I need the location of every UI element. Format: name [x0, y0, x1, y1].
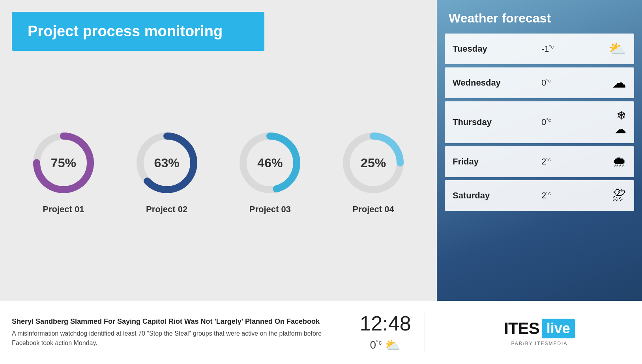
clock-display: 12:48 — [359, 313, 411, 334]
weather-temp-wednesday: 0°c — [541, 78, 569, 88]
weather-row-tuesday: Tuesday -1°c ⛅ — [445, 34, 634, 64]
donut-04: 25% — [340, 129, 407, 196]
weather-list: Tuesday -1°c ⛅ Wednesday 0°c ☁ Thursday … — [437, 34, 642, 301]
weather-day-saturday: Saturday — [453, 190, 504, 201]
project-02-percent: 63% — [154, 156, 180, 170]
donut-03: 46% — [236, 129, 303, 196]
project-04-percent: 25% — [361, 156, 386, 170]
donut-02: 63% — [133, 129, 200, 196]
page-title: Project process monitoring — [28, 23, 249, 40]
weather-icon-thursday: ❄☁ — [606, 108, 626, 136]
weather-row-friday: Friday 2°c 🌧 — [445, 146, 634, 177]
weather-icon-wednesday: ☁ — [606, 75, 626, 91]
weather-row-saturday: Saturday 2°c ⛈ — [445, 180, 634, 211]
project-03-label: Project 03 — [249, 204, 291, 215]
current-weather-icon: ⛅ — [385, 338, 401, 353]
logo-sub-text: PAR/BY ITESMEDIA — [511, 341, 568, 346]
weather-temp-tuesday: -1°c — [541, 44, 569, 54]
right-panel: Weather forecast Tuesday -1°c ⛅ Wednesda… — [437, 0, 642, 364]
weather-header: Weather forecast — [437, 0, 642, 34]
weather-day-thursday: Thursday — [453, 117, 504, 127]
weather-temp-saturday: 2°c — [541, 190, 569, 201]
header-bar: Project process monitoring — [12, 12, 264, 51]
logo-area: ITES live PAR/BY ITESMEDIA — [437, 301, 642, 364]
project-03-percent: 46% — [257, 156, 283, 170]
left-panel: Project process monitoring 75% Project 0… — [0, 0, 437, 364]
logo-ites-text: ITES — [504, 319, 539, 338]
news-text-area: Sheryl Sandberg Slammed For Saying Capit… — [12, 317, 346, 348]
news-body: A misinformation watchdog identified at … — [12, 329, 338, 348]
donut-01: 75% — [30, 129, 97, 196]
project-04-label: Project 04 — [353, 204, 394, 215]
project-item-02: 63% Project 02 — [133, 129, 200, 215]
weather-row-thursday: Thursday 0°c ❄☁ — [445, 101, 634, 143]
logo-brand: ITES live — [504, 319, 575, 338]
weather-row-wednesday: Wednesday 0°c ☁ — [445, 67, 634, 98]
current-temp: 0°c ⛅ — [370, 338, 401, 353]
news-bar: Sheryl Sandberg Slammed For Saying Capit… — [0, 301, 437, 364]
projects-section: 75% Project 01 63% Project 02 — [0, 51, 437, 301]
weather-day-friday: Friday — [453, 157, 504, 167]
news-headline: Sheryl Sandberg Slammed For Saying Capit… — [12, 317, 338, 326]
weather-temp-thursday: 0°c — [541, 117, 569, 127]
weather-icon-saturday: ⛈ — [606, 187, 626, 204]
current-temp-value: 0°c — [370, 339, 382, 351]
weather-title: Weather forecast — [449, 11, 551, 25]
main-layout: Project process monitoring 75% Project 0… — [0, 0, 642, 364]
weather-icon-tuesday: ⛅ — [606, 41, 626, 57]
logo-live-text: live — [542, 319, 575, 338]
weather-temp-friday: 2°c — [541, 157, 569, 167]
weather-icon-friday: 🌧 — [606, 153, 626, 170]
project-item-04: 25% Project 04 — [340, 129, 407, 215]
project-02-label: Project 02 — [146, 204, 187, 215]
clock-temp-area: 12:48 0°c ⛅ — [346, 313, 425, 353]
project-item-03: 46% Project 03 — [236, 129, 303, 215]
weather-day-wednesday: Wednesday — [453, 78, 504, 88]
project-01-percent: 75% — [51, 156, 76, 170]
weather-day-tuesday: Tuesday — [453, 44, 504, 54]
project-01-label: Project 01 — [43, 204, 84, 215]
project-item-01: 75% Project 01 — [30, 129, 97, 215]
